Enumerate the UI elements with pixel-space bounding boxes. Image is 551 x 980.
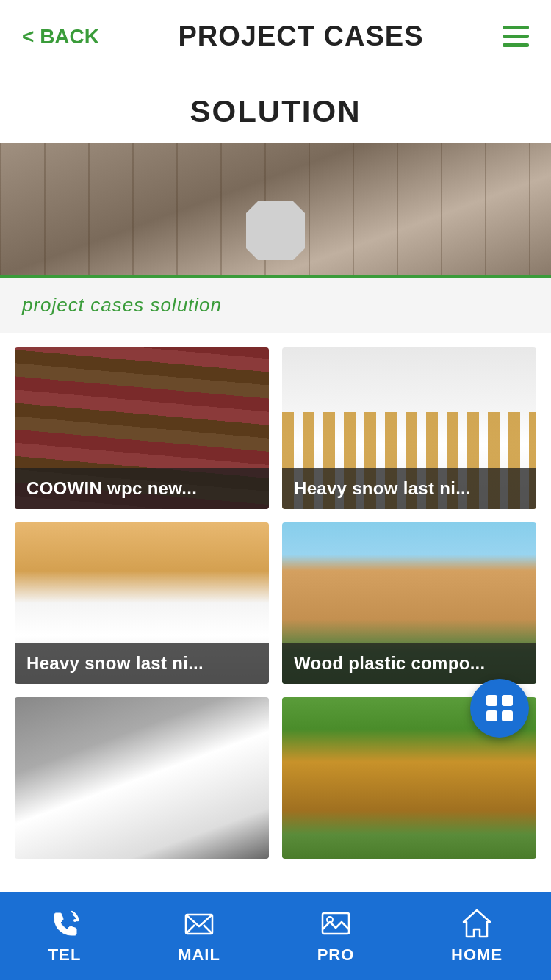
grid-item-label-2: Heavy snow last ni... <box>282 468 536 509</box>
grid-item-3[interactable]: Heavy snow last ni... <box>15 522 269 684</box>
grid-item-label-3: Heavy snow last ni... <box>15 643 269 684</box>
back-button[interactable]: < BACK <box>22 25 99 48</box>
nav-home-label: HOME <box>451 945 503 965</box>
grid-item-4[interactable]: Wood plastic compo... <box>282 522 536 684</box>
svg-line-2 <box>186 925 195 934</box>
nav-mail-label: MAIL <box>178 945 220 965</box>
page-title: PROJECT CASES <box>179 21 424 52</box>
section-label: project cases solution <box>0 278 551 333</box>
nav-tel-label: TEL <box>48 945 82 965</box>
header: < BACK PROJECT CASES <box>0 0 551 73</box>
home-icon <box>461 907 493 940</box>
fab-button[interactable] <box>470 679 529 738</box>
menu-button[interactable] <box>503 26 529 47</box>
nav-home[interactable]: HOME <box>451 907 503 965</box>
grid-item-1[interactable]: COOWIN wpc new... <box>15 347 269 509</box>
phone-icon <box>48 907 81 940</box>
svg-point-0 <box>73 919 76 922</box>
subtitle-bar: SOLUTION <box>0 73 551 143</box>
grid-item-label-4: Wood plastic compo... <box>282 643 536 684</box>
grid-item-2[interactable]: Heavy snow last ni... <box>282 347 536 509</box>
nav-pro[interactable]: PRO <box>317 907 355 965</box>
project-grid: COOWIN wpc new...Heavy snow last ni...He… <box>0 333 551 873</box>
nav-mail[interactable]: MAIL <box>178 907 220 965</box>
grid-item-5[interactable] <box>15 697 269 859</box>
grid-item-image-5 <box>15 697 269 859</box>
nav-tel[interactable]: TEL <box>48 907 82 965</box>
subtitle-text: SOLUTION <box>0 94 551 129</box>
nav-pro-label: PRO <box>317 945 355 965</box>
image-icon <box>320 907 352 940</box>
grid-item-label-1: COOWIN wpc new... <box>15 468 269 509</box>
mail-icon <box>183 907 215 940</box>
svg-marker-6 <box>464 910 490 937</box>
svg-line-3 <box>204 925 212 934</box>
svg-rect-4 <box>323 913 349 934</box>
grid-icon <box>486 695 513 721</box>
hero-image <box>0 143 551 275</box>
bottom-nav: TEL MAIL PRO <box>0 892 551 980</box>
